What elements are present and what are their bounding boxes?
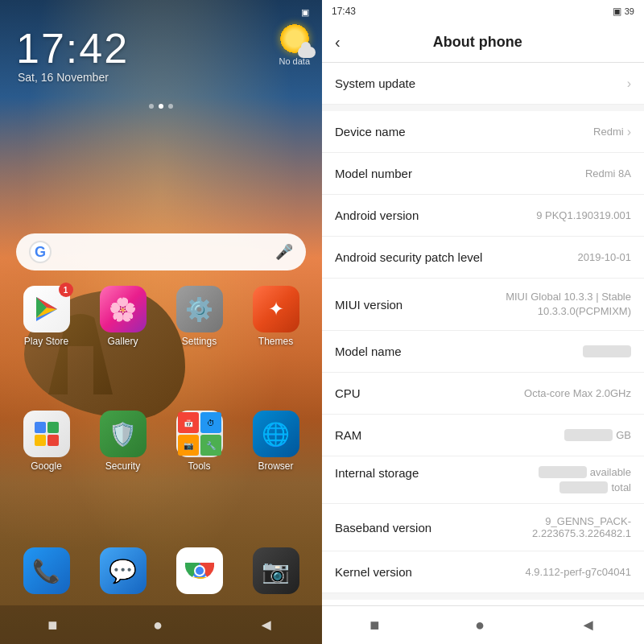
setting-value: Redmi [593, 126, 624, 138]
gallery-icon: 🌸 [100, 286, 147, 332]
security-icon: 🛡️ [100, 411, 147, 457]
app-browser[interactable]: 🌐 Browser [244, 411, 308, 472]
setting-label: MIUI version [335, 298, 402, 312]
setting-label: Device name [335, 125, 406, 138]
home-nav-back[interactable]: ◄ [258, 616, 275, 634]
setting-baseband: Baseband version 9_GENNS_PACK-2.223675.3… [322, 504, 644, 551]
setting-value: 9_GENNS_PACK-2.223675.3.226482.1 [486, 515, 631, 539]
google-g-icon: G [29, 241, 52, 263]
setting-ram: RAM GB [322, 415, 644, 456]
svg-point-3 [196, 567, 204, 575]
app-row-1: 1 Play Store 🌸 Gallery ⚙️ Settings ✦ The… [0, 286, 322, 347]
home-nav-circle[interactable]: ● [153, 616, 163, 634]
play-store-label: Play Store [24, 336, 68, 347]
weather-sun-icon [280, 24, 309, 53]
app-dock: 📞 💬 📷 [0, 547, 322, 597]
page-indicators [0, 104, 322, 109]
settings-list: System update › Device name Redmi › Mode… [322, 63, 644, 605]
weather-cloud-icon [298, 47, 316, 58]
page-dot-active [159, 104, 163, 109]
back-button[interactable]: ‹ [335, 33, 341, 52]
mic-icon: 🎤 [275, 243, 293, 261]
setting-label: Android version [335, 208, 419, 222]
blurred-model-name [583, 345, 631, 357]
nav-square-right[interactable]: ■ [369, 616, 379, 634]
setting-value: MIUI Global 10.3.3 | Stable 10.3.3.0(PCP… [486, 290, 631, 319]
chevron-icon: › [627, 125, 631, 139]
app-google[interactable]: Google [14, 411, 79, 472]
home-screen: ▣ 17:42 Sat, 16 November No data G 🎤 [0, 0, 322, 644]
setting-android-version: Android version 9 PKQ1.190319.001 [322, 195, 644, 237]
setting-miui-version: MIUI version MIUI Global 10.3.3 | Stable… [322, 279, 644, 331]
blurred-ram [564, 429, 613, 441]
setting-label: Model number [335, 167, 412, 180]
nav-back-right[interactable]: ◄ [580, 616, 597, 634]
phone-icon: 📞 [23, 547, 70, 594]
setting-system-update[interactable]: System update › [322, 63, 644, 105]
play-store-badge: 1 [59, 283, 73, 297]
setting-model-name: Model name [322, 331, 644, 373]
nav-circle-right[interactable]: ● [475, 616, 485, 634]
battery-pct-right: 39 [625, 6, 634, 16]
status-bar-right: 17:43 ▣ 39 [322, 0, 644, 23]
setting-security-patch: Android security patch level 2019-10-01 [322, 237, 644, 279]
setting-label: CPU [335, 386, 361, 400]
page-title: About phone [353, 34, 602, 51]
total-label: total [611, 481, 631, 493]
page-dot [149, 104, 154, 109]
setting-model-number: Model number Redmi 8A [322, 153, 644, 195]
app-chrome[interactable] [167, 547, 232, 597]
setting-device-name[interactable]: Device name Redmi › [322, 111, 644, 153]
home-date: Sat, 16 November [18, 71, 109, 84]
settings-icon: ⚙️ [176, 286, 223, 332]
app-tools[interactable]: 📅 ⏱ 📷 🔧 Tools [167, 411, 232, 472]
setting-label: Baseband version [335, 521, 431, 535]
app-security[interactable]: 🛡️ Security [91, 411, 155, 472]
app-gallery[interactable]: 🌸 Gallery [91, 286, 155, 347]
about-phone-screen: 17:43 ▣ 39 ‹ About phone System update ›… [322, 0, 644, 644]
app-messages[interactable]: 💬 [91, 547, 155, 597]
setting-label: Android security patch level [335, 250, 482, 264]
setting-value: 9 PKQ1.190319.001 [536, 209, 631, 221]
app-camera[interactable]: 📷 [244, 547, 308, 597]
status-icons-right: ▣ 39 [613, 6, 634, 17]
setting-label: RAM [335, 428, 361, 442]
google-label: Google [31, 460, 62, 472]
app-play-store[interactable]: 1 Play Store [14, 286, 79, 347]
setting-internal-storage: Internal storage available total [322, 456, 644, 504]
status-time-right: 17:43 [332, 6, 356, 17]
battery-icon-left: ▣ [301, 7, 309, 18]
setting-label: Model name [335, 345, 402, 358]
setting-label: Kernel version [335, 565, 412, 579]
setting-value: Octa-core Max 2.0GHz [524, 387, 631, 399]
chrome-icon [176, 547, 223, 594]
play-store-icon: 1 [23, 286, 70, 332]
blurred-storage-total [559, 481, 608, 493]
setting-status[interactable]: Status Phone number, signal, etc. › [322, 600, 644, 605]
status-bar-left: ▣ [0, 0, 322, 24]
setting-value: 4.9.112-perf-g7c04041 [525, 566, 631, 578]
gallery-label: Gallery [107, 336, 138, 347]
weather-widget: No data [279, 24, 310, 66]
home-time: 17:42 [16, 24, 129, 72]
app-settings[interactable]: ⚙️ Settings [167, 286, 232, 347]
app-phone[interactable]: 📞 [14, 547, 79, 597]
gb-label: GB [616, 429, 631, 441]
chevron-icon: › [627, 76, 631, 91]
about-phone-header: ‹ About phone [322, 23, 644, 63]
security-label: Security [105, 460, 140, 472]
app-themes[interactable]: ✦ Themes [244, 286, 308, 347]
themes-icon: ✦ [253, 286, 299, 332]
bottom-nav-right: ■ ● ◄ [322, 605, 644, 644]
search-bar[interactable]: G 🎤 [16, 233, 306, 270]
setting-kernel: Kernel version 4.9.112-perf-g7c04041 [322, 551, 644, 593]
settings-label: Settings [182, 336, 217, 347]
home-nav-square[interactable]: ■ [47, 616, 57, 634]
app-row-2: Google 🛡️ Security 📅 ⏱ 📷 🔧 Tools [0, 411, 322, 472]
setting-cpu: CPU Octa-core Max 2.0GHz [322, 373, 644, 415]
setting-value: Redmi 8A [585, 167, 631, 180]
themes-label: Themes [258, 336, 293, 347]
available-label: available [590, 466, 631, 478]
browser-label: Browser [258, 460, 293, 472]
page-dot [168, 104, 173, 109]
